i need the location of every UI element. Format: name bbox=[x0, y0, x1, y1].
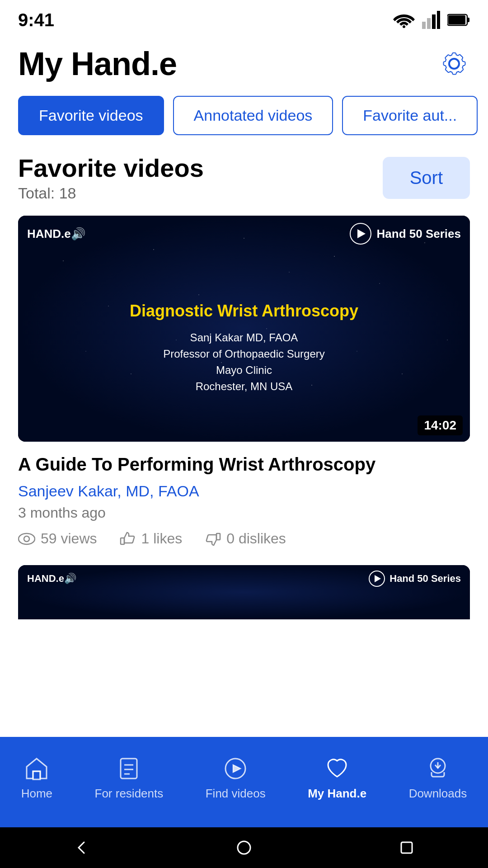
partial-play-icon bbox=[369, 571, 385, 587]
svg-rect-7 bbox=[448, 15, 465, 24]
app-title: My Hand.e bbox=[18, 45, 177, 82]
status-bar: 9:41 bbox=[0, 0, 488, 36]
bottom-nav: Home For residents Find videos M bbox=[0, 737, 488, 827]
section-header: Favorite videos Total: 18 Sort bbox=[0, 153, 488, 216]
wifi-icon bbox=[393, 12, 415, 28]
nav-home[interactable]: Home bbox=[21, 755, 52, 801]
section-title: Favorite videos bbox=[18, 153, 204, 183]
svg-rect-13 bbox=[121, 759, 137, 778]
nav-residents-label: For residents bbox=[95, 787, 164, 801]
nav-for-residents[interactable]: For residents bbox=[95, 755, 164, 801]
svg-rect-21 bbox=[401, 842, 412, 853]
header: My Hand.e bbox=[0, 36, 488, 96]
download-icon bbox=[424, 755, 451, 782]
home-button[interactable] bbox=[230, 834, 258, 861]
recents-button[interactable] bbox=[393, 834, 420, 861]
tab-favorite-videos[interactable]: Favorite videos bbox=[18, 96, 164, 135]
svg-rect-3 bbox=[432, 14, 436, 29]
nav-downloads-label: Downloads bbox=[409, 787, 467, 801]
battery-icon bbox=[447, 14, 470, 26]
sort-button[interactable]: Sort bbox=[383, 157, 470, 199]
video-card-2-partial[interactable]: HAND.e🔊 Hand 50 Series bbox=[18, 565, 470, 619]
home-icon bbox=[23, 755, 50, 782]
video-thumbnail-1[interactable]: HAND.e🔊 Hand 50 Series Diagnostic Wrist … bbox=[18, 216, 470, 442]
svg-rect-6 bbox=[467, 18, 469, 22]
video-thumbnail-2-partial: HAND.e🔊 Hand 50 Series bbox=[18, 565, 470, 619]
play-icon bbox=[222, 755, 249, 782]
partial-logo: HAND.e🔊 bbox=[27, 573, 76, 585]
video-date-1: 3 months ago bbox=[18, 505, 470, 521]
thumbs-down-icon bbox=[205, 531, 221, 547]
video-title-1: A Guide To Performing Wrist Arthroscopy bbox=[18, 453, 470, 476]
partial-series: Hand 50 Series bbox=[369, 571, 461, 587]
stat-dislikes: 0 dislikes bbox=[205, 530, 286, 547]
svg-point-8 bbox=[19, 533, 35, 544]
video-stats-1: 59 views 1 likes 0 dislikes bbox=[18, 530, 470, 547]
video-author-1[interactable]: Sanjeev Kakar, MD, FAOA bbox=[18, 482, 470, 500]
thumb-top-bar: HAND.e🔊 Hand 50 Series bbox=[18, 216, 470, 252]
eye-icon bbox=[18, 533, 35, 545]
section-title-block: Favorite videos Total: 18 bbox=[18, 153, 204, 202]
nav-downloads[interactable]: Downloads bbox=[409, 755, 467, 801]
status-time: 9:41 bbox=[18, 10, 54, 30]
thumb-center-text: Diagnostic Wrist Arthroscopy Sanj Kakar … bbox=[130, 302, 358, 395]
nav-my-hande[interactable]: My Hand.e bbox=[308, 755, 366, 801]
back-button[interactable] bbox=[68, 834, 95, 861]
thumb-credits: Sanj Kakar MD, FAOAProfessor of Orthopae… bbox=[130, 330, 358, 395]
nav-my-hande-label: My Hand.e bbox=[308, 787, 366, 801]
svg-rect-12 bbox=[33, 771, 40, 779]
hand-logo: HAND.e🔊 bbox=[27, 227, 85, 241]
play-circle-icon bbox=[350, 223, 371, 245]
document-icon bbox=[115, 755, 142, 782]
status-icons bbox=[393, 11, 470, 29]
svg-point-9 bbox=[24, 536, 29, 542]
svg-rect-11 bbox=[216, 533, 220, 540]
system-nav bbox=[0, 827, 488, 868]
svg-rect-10 bbox=[121, 538, 124, 544]
nav-find-videos[interactable]: Find videos bbox=[206, 755, 266, 801]
video-card-1[interactable]: HAND.e🔊 Hand 50 Series Diagnostic Wrist … bbox=[18, 216, 470, 552]
svg-rect-2 bbox=[427, 18, 431, 29]
svg-rect-4 bbox=[437, 11, 440, 29]
svg-point-20 bbox=[238, 841, 250, 854]
svg-point-0 bbox=[403, 25, 405, 28]
play-triangle-icon bbox=[357, 229, 366, 238]
nav-find-videos-label: Find videos bbox=[206, 787, 266, 801]
nav-home-label: Home bbox=[21, 787, 52, 801]
series-badge: Hand 50 Series bbox=[350, 223, 461, 245]
stat-likes: 1 likes bbox=[120, 530, 183, 547]
video-duration: 14:02 bbox=[418, 415, 463, 435]
video-info-1: A Guide To Performing Wrist Arthroscopy … bbox=[18, 442, 470, 552]
tab-favorite-authors[interactable]: Favorite aut... bbox=[342, 96, 478, 135]
signal-icon bbox=[422, 11, 440, 29]
svg-rect-1 bbox=[422, 22, 426, 29]
tab-annotated-videos[interactable]: Annotated videos bbox=[173, 96, 333, 135]
stat-views: 59 views bbox=[18, 530, 97, 547]
thumbs-up-icon bbox=[120, 531, 136, 547]
tab-row: Favorite videos Annotated videos Favorit… bbox=[0, 96, 488, 153]
heart-icon bbox=[324, 755, 351, 782]
section-total: Total: 18 bbox=[18, 184, 204, 202]
partial-series-label: Hand 50 Series bbox=[389, 573, 461, 585]
settings-button[interactable] bbox=[438, 48, 470, 80]
thumb-main-title: Diagnostic Wrist Arthroscopy bbox=[130, 302, 358, 321]
